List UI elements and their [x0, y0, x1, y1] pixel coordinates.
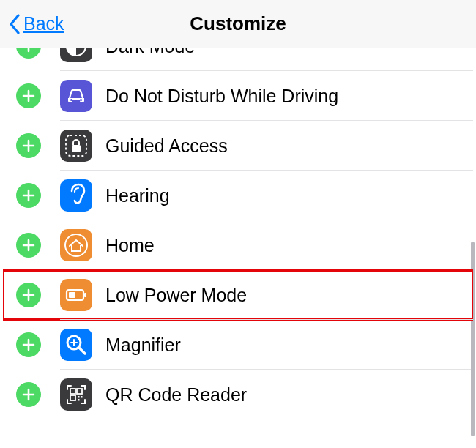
- list-item[interactable]: Dark Mode: [3, 48, 473, 71]
- qr-icon: [60, 378, 92, 411]
- list-item[interactable]: Hearing: [3, 171, 473, 220]
- plus-icon: [22, 139, 35, 152]
- add-button[interactable]: [16, 233, 41, 258]
- plus-icon: [22, 338, 35, 351]
- list-item[interactable]: Magnifier: [3, 320, 473, 370]
- svg-rect-15: [78, 399, 80, 401]
- list-item-label: Do Not Disturb While Driving: [105, 86, 338, 107]
- car-icon: [60, 80, 92, 112]
- home-icon: [60, 229, 92, 261]
- svg-rect-8: [84, 293, 86, 297]
- list-item[interactable]: Home: [3, 220, 473, 270]
- list-item[interactable]: Guided Access: [3, 121, 473, 171]
- plus-icon: [22, 239, 35, 252]
- svg-point-5: [65, 234, 87, 256]
- controls-list: Dark Mode Do Not Disturb While Driving G…: [3, 48, 473, 448]
- list-item[interactable]: Low Power Mode: [3, 270, 473, 320]
- svg-point-1: [70, 99, 72, 101]
- list-item-label: Magnifier: [105, 335, 181, 356]
- add-button[interactable]: [16, 382, 41, 407]
- plus-icon: [22, 388, 35, 401]
- dark-mode-icon: [60, 48, 92, 62]
- plus-icon: [22, 89, 35, 102]
- back-label: Back: [23, 13, 64, 34]
- plus-icon: [22, 288, 35, 302]
- battery-icon: [60, 279, 92, 311]
- nav-header: Back Customize: [0, 0, 476, 48]
- add-button[interactable]: [16, 48, 41, 59]
- add-button[interactable]: [16, 332, 41, 357]
- list-item-label: Guided Access: [105, 135, 228, 157]
- list-item[interactable]: QR Code Reader: [3, 370, 473, 419]
- back-button[interactable]: Back: [0, 13, 64, 34]
- svg-rect-11: [77, 389, 82, 394]
- svg-rect-12: [70, 395, 75, 400]
- ear-icon: [60, 179, 92, 212]
- plus-icon: [22, 189, 35, 202]
- svg-rect-4: [72, 145, 81, 152]
- svg-point-2: [80, 99, 82, 101]
- list-item-label: QR Code Reader: [105, 384, 247, 406]
- svg-rect-13: [78, 396, 80, 398]
- magnifier-icon: [60, 329, 92, 361]
- list-item-label: Home: [105, 235, 155, 256]
- add-button[interactable]: [16, 283, 41, 307]
- add-button[interactable]: [16, 183, 41, 208]
- list-item-label: Hearing: [105, 185, 170, 206]
- add-button[interactable]: [16, 83, 41, 108]
- plus-icon: [22, 48, 35, 53]
- lock-icon: [60, 130, 92, 162]
- list-item[interactable]: Do Not Disturb While Driving: [3, 71, 473, 121]
- svg-rect-7: [69, 292, 75, 298]
- add-button[interactable]: [16, 133, 41, 158]
- list-item-label: Dark Mode: [105, 48, 195, 57]
- chevron-left-icon: [9, 14, 21, 34]
- page-title: Customize: [0, 12, 476, 35]
- svg-rect-10: [70, 389, 75, 394]
- svg-rect-14: [81, 396, 83, 398]
- list-item-label: Low Power Mode: [105, 285, 247, 306]
